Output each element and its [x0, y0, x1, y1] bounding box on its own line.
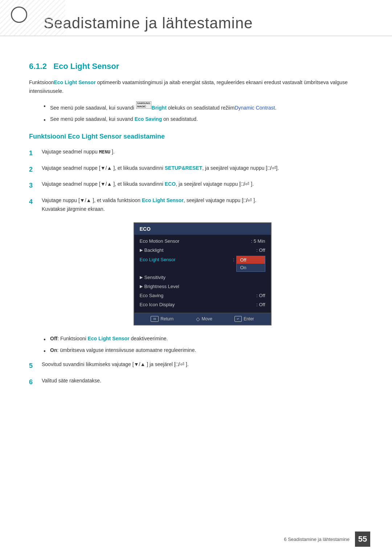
eco-row-sensitivity-label: Sensitivity	[144, 275, 265, 280]
note2-highlight: Eco Saving	[135, 116, 162, 122]
step-3-content: Vajutage seadmel nuppe [▼/▲ ], et liikud…	[42, 180, 363, 189]
return-icon: III	[151, 316, 159, 322]
note-item-1: See menü pole saadaval, kui suvandi SAMS…	[44, 101, 363, 112]
eco-menu-footer: III Return ◇ Move ↵ Enter	[134, 313, 271, 325]
options-list: Off: Funktsiooni Eco Light Sensor deakti…	[44, 335, 363, 355]
subsection-title: Funktsiooni Eco Light Sensor seadistamin…	[29, 133, 363, 140]
step-number-1: 1	[29, 148, 42, 159]
footer-return-label: Return	[160, 316, 173, 321]
eco-lightsensor-colon: :	[233, 256, 234, 262]
eco-menu-body: Eco Motion Sensor : 5 Min ▶ Backlight : …	[134, 235, 271, 311]
off-text-pre: Funktsiooni	[60, 336, 86, 341]
step-number-3: 3	[29, 180, 42, 191]
eco-row-backlight-value: : Off	[256, 247, 265, 253]
note2-pre: See menü pole saadaval, kui suvand	[50, 116, 135, 122]
step2-highlight: SETUP&RESET	[165, 165, 202, 171]
eco-row-icon-label: Eco Icon Display	[140, 302, 257, 307]
eco-row-brightness: ▶ Brightness Level	[134, 282, 271, 291]
page: Seadistamine ja lähtestamine 6.1.2 Eco L…	[0, 0, 392, 554]
page-title: Seadistamine ja lähtestamine	[44, 11, 370, 32]
arrow-icon-backlight: ▶	[140, 248, 143, 253]
step-1: 1 Vajutage seadmel nuppu MENU ].	[29, 148, 363, 159]
step-number-2: 2	[29, 164, 42, 175]
note2-end: on seadistatud.	[162, 116, 198, 122]
intro-highlight: Eco Light Sensor	[54, 79, 95, 85]
on-text: : ümbritseva valguse intensiivsuse autom…	[57, 347, 196, 353]
step-4-content: Vajutage nuppu [▼/▲ ], et valida funktsi…	[42, 196, 363, 214]
note1-highlight: Dynamic Contrast	[234, 104, 275, 110]
footer-chapter-text: 6 Seadistamine ja lähtestamine	[284, 537, 350, 542]
content-area: 6.1.2 Eco Light Sensor FunktsioonEco Lig…	[0, 36, 392, 414]
step-number-6: 6	[29, 377, 42, 388]
eco-row-backlight: ▶ Backlight : Off	[134, 246, 271, 255]
eco-row-backlight-label: Backlight	[144, 247, 257, 253]
off-label: Off	[50, 336, 57, 341]
eco-row-sensitivity: ▶ Sensitivity	[134, 273, 271, 282]
note-item-2: See menü pole saadaval, kui suvand Eco S…	[44, 115, 363, 124]
step-1-content: Vajutage seadmel nuppu MENU ].	[42, 148, 363, 156]
footer-enter: ↵ Enter	[234, 316, 254, 322]
footer-enter-label: Enter	[244, 316, 254, 321]
dropdown-on: On	[237, 264, 265, 271]
eco-row-brightness-label: Brightness Level	[144, 284, 265, 289]
page-header: Seadistamine ja lähtestamine	[0, 0, 392, 36]
notes-list: See menü pole saadaval, kui suvandi SAMS…	[44, 101, 363, 124]
footer-move-label: Move	[202, 316, 212, 321]
option-off: Off: Funktsiooni Eco Light Sensor deakti…	[44, 335, 363, 343]
step-6: 6 Valitud säte rakendatakse.	[29, 377, 363, 388]
note1-pre: See menü pole saadaval, kui suvandi	[50, 104, 134, 110]
step-number-5: 5	[29, 360, 42, 372]
step-2: 2 Vajutage seadmel nuppe [▼/▲ ], et liik…	[29, 164, 363, 175]
arrow-icon-brightness: ▶	[140, 284, 143, 289]
eco-menu-container: ECO Eco Motion Sensor : 5 Min ▶ Backligh…	[42, 222, 363, 325]
section-heading: Eco Light Sensor	[53, 62, 119, 71]
arrow-icon-sensitivity: ▶	[140, 275, 143, 280]
note1-mid: olekuks on seadistatud režiim	[167, 104, 235, 110]
off-text-highlight: Eco Light Sensor	[86, 336, 130, 341]
eco-row-lightsensor: Eco Light Sensor : Off On	[134, 255, 271, 273]
header-decoration	[0, 0, 65, 36]
steps-list: 1 Vajutage seadmel nuppu MENU ]. 2 Vajut…	[29, 148, 363, 213]
page-footer: 6 Seadistamine ja lähtestamine 55	[284, 532, 370, 547]
eco-row-icon-display: Eco Icon Display : Off	[134, 300, 271, 309]
steps-list-2: 5 Soovitud suvandini liikumiseks vajutag…	[29, 360, 363, 387]
menu-key: MENU	[99, 149, 110, 155]
step-5-content: Soovitud suvandini liikumiseks vajutage …	[42, 360, 363, 369]
eco-menu-screenshot: ECO Eco Motion Sensor : 5 Min ▶ Backligh…	[134, 222, 271, 325]
dropdown-off: Off	[237, 256, 265, 264]
eco-row-saving-label: Eco Saving	[140, 293, 257, 298]
off-text-end: deaktiveerimine.	[130, 336, 168, 341]
step-2-content: Vajutage seadmel nuppe [▼/▲ ], et liikud…	[42, 164, 363, 173]
enter-icon: ↵	[234, 316, 242, 322]
move-icon: ◇	[196, 316, 200, 322]
page-number: 55	[355, 532, 370, 547]
note1-bright: Bright	[152, 104, 167, 110]
step-number-4: 4	[29, 196, 42, 208]
eco-row-motion-value: : 5 Min	[251, 238, 265, 244]
eco-menu-title: ECO	[134, 223, 271, 235]
option-on: On: ümbritseva valguse intensiivsuse aut…	[44, 346, 363, 355]
footer-return: III Return	[151, 316, 173, 322]
samsung-magic-logo: SAMSUNGMAGIC	[136, 101, 151, 109]
intro-paragraph: FunktsioonEco Light Sensor optimeerib va…	[29, 78, 363, 96]
header-circle-icon	[11, 7, 27, 23]
step-6-content: Valitud säte rakendatakse.	[42, 377, 363, 385]
eco-lightsensor-dropdown: Off On	[236, 256, 265, 272]
step-4: 4 Vajutage nuppu [▼/▲ ], et valida funkt…	[29, 196, 363, 214]
section-number: 6.1.2	[29, 62, 47, 71]
footer-move: ◇ Move	[196, 316, 212, 322]
eco-lightsensor-label: Eco Light Sensor	[140, 256, 233, 262]
note1-end: .	[275, 104, 277, 110]
section-title: 6.1.2 Eco Light Sensor	[29, 62, 363, 71]
step-3: 3 Vajutage seadmel nuppe [▼/▲ ], et liik…	[29, 180, 363, 191]
eco-row-motion-label: Eco Motion Sensor	[140, 238, 251, 244]
step-5: 5 Soovitud suvandini liikumiseks vajutag…	[29, 360, 363, 372]
step4-highlight: Eco Light Sensor	[142, 197, 184, 203]
intro-text-pre: Funktsioon	[29, 79, 54, 85]
eco-row-icon-value: : Off	[256, 302, 265, 307]
step3-highlight: ECO	[165, 181, 176, 187]
eco-row-motion: Eco Motion Sensor : 5 Min	[134, 237, 271, 246]
on-label: On	[50, 347, 57, 353]
eco-row-saving-value: : Off	[256, 293, 265, 298]
eco-row-saving: Eco Saving : Off	[134, 291, 271, 300]
